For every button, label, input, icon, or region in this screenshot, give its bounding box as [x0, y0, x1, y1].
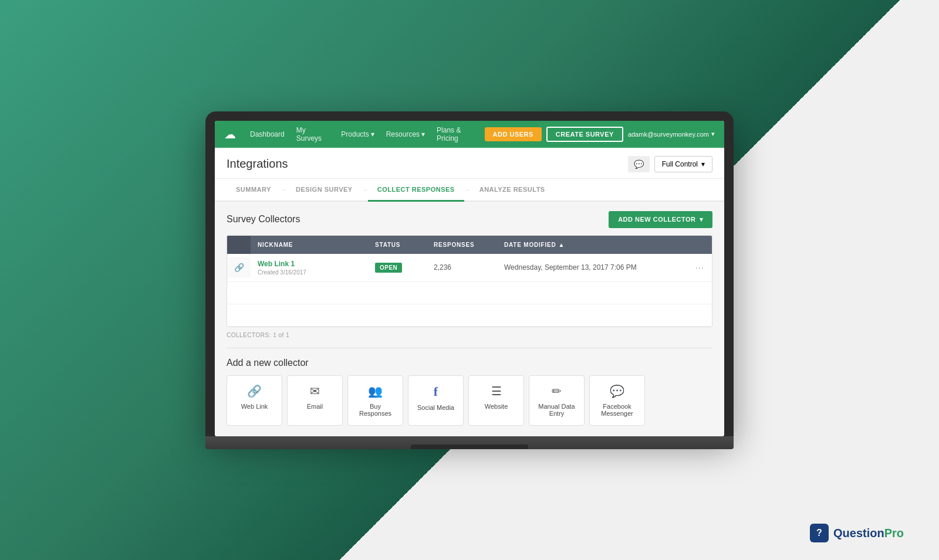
link-icon: 🔗	[247, 384, 262, 398]
tab-analyze-results[interactable]: ANALYZE RESULTS	[470, 179, 555, 200]
nav-my-surveys[interactable]: My Surveys	[292, 124, 335, 145]
collector-card-buy-responses[interactable]: 👥 Buy Responses	[347, 375, 403, 426]
page-header-actions: 💬 Full Control ▾	[628, 156, 712, 172]
th-responses-label: RESPONSES	[434, 242, 474, 248]
nav-plans-label: Plans & Pricing	[437, 126, 480, 142]
nav-links: Dashboard My Surveys Products ▾ Resource…	[245, 124, 485, 145]
nav-dashboard-label: Dashboard	[250, 130, 285, 138]
td-responses: 2,236	[427, 257, 497, 277]
td-status: OPEN	[368, 257, 427, 277]
tab-analyze-results-label: ANALYZE RESULTS	[479, 186, 545, 193]
collector-card-website[interactable]: ☰ Website	[468, 375, 524, 426]
td-icon: 🔗	[227, 257, 251, 278]
nav-bar: ☁ Dashboard My Surveys Products ▾ Resour…	[215, 121, 724, 148]
empty-row-1	[227, 282, 712, 304]
th-nickname-label: NICKNAME	[258, 242, 293, 248]
chevron-down-icon: ▾	[701, 160, 705, 168]
th-date-modified-label: DATE MODIFIED	[504, 242, 556, 248]
brand-name: QuestionPro	[833, 527, 904, 540]
card-weblink-label: Web Link	[241, 403, 268, 410]
nav-products-label: Products	[341, 130, 369, 138]
facebook-icon: f	[434, 384, 438, 399]
add-users-button[interactable]: ADD USERS	[485, 127, 542, 141]
collector-created-date: Created 3/16/2017	[258, 269, 361, 276]
full-control-label: Full Control	[662, 160, 698, 168]
table-header: NICKNAME STATUS RESPONSES DATE MODIFIED …	[227, 236, 712, 254]
card-manual-data-label: Manual Data Entry	[536, 403, 577, 417]
td-nickname: Web Link 1 Created 3/16/2017	[251, 254, 368, 281]
tab-arrow: →	[464, 186, 470, 193]
td-more[interactable]: ···	[688, 257, 712, 278]
collectors-count: COLLECTORS: 1 of 1	[227, 327, 712, 343]
chevron-down-icon: ▾	[700, 216, 704, 223]
collector-card-manual-data[interactable]: ✏ Manual Data Entry	[529, 375, 585, 426]
screen-inner: ☁ Dashboard My Surveys Products ▾ Resour…	[215, 121, 724, 436]
sort-icon: ▲	[559, 242, 565, 248]
link-icon: 🔗	[234, 263, 244, 272]
collector-card-social-media[interactable]: f Social Media	[408, 375, 464, 426]
comment-button[interactable]: 💬	[628, 156, 650, 172]
nav-dashboard[interactable]: Dashboard	[245, 128, 289, 141]
laptop-base	[205, 436, 734, 449]
tabs: SUMMARY → DESIGN SURVEY → COLLECT RESPON…	[215, 179, 724, 202]
tab-arrow: →	[362, 186, 368, 193]
nav-products[interactable]: Products ▾	[336, 128, 379, 141]
card-social-media-label: Social Media	[417, 404, 454, 411]
chevron-down-icon: ▾	[371, 130, 374, 138]
collector-card-weblink[interactable]: 🔗 Web Link	[227, 375, 282, 426]
th-date-modified[interactable]: DATE MODIFIED ▲	[497, 236, 688, 254]
collector-card-email[interactable]: ✉ Email	[287, 375, 343, 426]
collector-cards: 🔗 Web Link ✉ Email 👥 Buy Responses	[227, 375, 712, 426]
tab-collect-responses[interactable]: COLLECT RESPONSES	[368, 179, 464, 202]
chevron-down-icon: ▾	[711, 130, 715, 138]
collectors-table: NICKNAME STATUS RESPONSES DATE MODIFIED …	[227, 235, 712, 327]
branding-logo: ? QuestionPro	[810, 524, 904, 542]
card-facebook-messenger-label: Facebook Messenger	[597, 403, 637, 417]
td-date-modified: Wednesday, September 13, 2017 7:06 PM	[497, 257, 688, 277]
survey-collectors-title: Survey Collectors	[227, 214, 300, 225]
page-header: Integrations 💬 Full Control ▾	[215, 148, 724, 179]
tab-summary-label: SUMMARY	[236, 186, 271, 193]
nav-resources-label: Resources	[386, 130, 420, 138]
pencil-icon: ✏	[552, 384, 562, 398]
table-row: 🔗 Web Link 1 Created 3/16/2017 OPEN 2,23…	[227, 254, 712, 282]
nav-plans[interactable]: Plans & Pricing	[432, 124, 485, 145]
page-title: Integrations	[227, 157, 288, 171]
comment-icon: 💬	[634, 159, 644, 169]
card-email-label: Email	[307, 403, 323, 410]
add-collector-section: Add a new collector 🔗 Web Link ✉ Email	[227, 358, 712, 426]
page: Integrations 💬 Full Control ▾ SU	[215, 148, 724, 436]
th-actions	[688, 236, 712, 254]
laptop-wrapper: ☁ Dashboard My Surveys Products ▾ Resour…	[205, 111, 734, 449]
tab-collect-responses-label: COLLECT RESPONSES	[377, 186, 455, 193]
more-options-icon[interactable]: ···	[695, 263, 704, 272]
collector-card-facebook-messenger[interactable]: 💬 Facebook Messenger	[589, 375, 645, 426]
create-survey-button[interactable]: CREATE SURVEY	[546, 127, 623, 142]
user-email: adamk@surveymonkey.com	[628, 131, 709, 138]
email-icon: ✉	[310, 384, 320, 398]
th-check	[227, 236, 251, 254]
content: Survey Collectors ADD NEW COLLECTOR ▾ NI…	[215, 202, 724, 436]
nav-resources[interactable]: Resources ▾	[381, 128, 430, 141]
th-status: STATUS	[368, 236, 427, 254]
full-control-button[interactable]: Full Control ▾	[654, 156, 712, 172]
tab-design-survey[interactable]: DESIGN SURVEY	[286, 179, 362, 200]
tab-summary[interactable]: SUMMARY	[227, 179, 281, 200]
group-icon: 👥	[368, 384, 383, 398]
collector-name-link[interactable]: Web Link 1	[258, 260, 361, 268]
card-buy-responses-label: Buy Responses	[355, 403, 396, 417]
add-new-collector-button[interactable]: ADD NEW COLLECTOR ▾	[609, 211, 712, 228]
th-status-label: STATUS	[375, 242, 400, 248]
th-nickname: NICKNAME	[251, 236, 368, 254]
add-collector-title: Add a new collector	[227, 358, 712, 368]
survey-collectors-header: Survey Collectors ADD NEW COLLECTOR ▾	[227, 211, 712, 228]
tab-design-survey-label: DESIGN SURVEY	[296, 186, 353, 193]
messenger-icon: 💬	[610, 384, 624, 398]
laptop-screen: ☁ Dashboard My Surveys Products ▾ Resour…	[205, 111, 734, 436]
add-new-collector-label: ADD NEW COLLECTOR	[618, 216, 695, 223]
tab-arrow: →	[281, 186, 286, 193]
nav-actions: ADD USERS CREATE SURVEY adamk@surveymonk…	[485, 127, 715, 142]
card-website-label: Website	[485, 403, 508, 410]
website-icon: ☰	[491, 384, 502, 398]
user-menu[interactable]: adamk@surveymonkey.com ▾	[628, 130, 715, 138]
